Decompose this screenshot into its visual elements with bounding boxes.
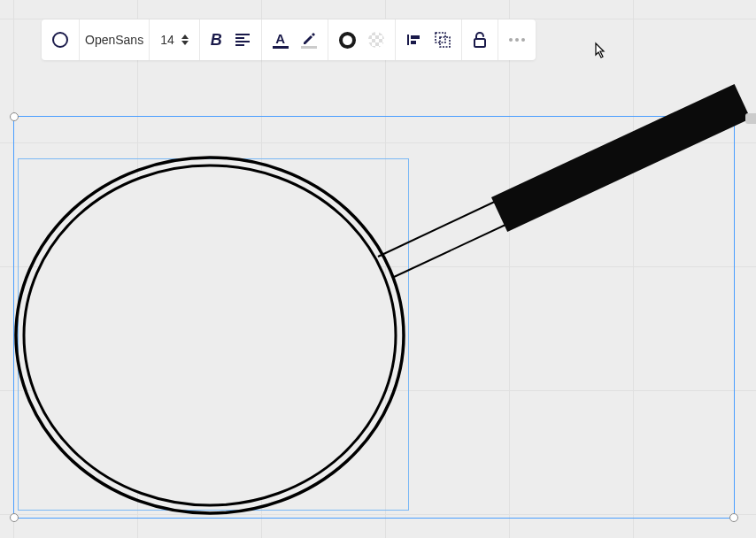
resize-handle-bottom-left[interactable]: [10, 513, 19, 522]
fill-pattern-button[interactable]: [368, 32, 384, 48]
svg-rect-1: [235, 37, 244, 39]
stepper-controls[interactable]: [181, 35, 189, 45]
formatting-toolbar: OpenSans 14 B A: [42, 19, 536, 60]
arrange-group: [396, 19, 462, 60]
resize-handle-bottom-right[interactable]: [729, 513, 738, 522]
panel-expand-handle[interactable]: [745, 113, 756, 124]
font-size-value: 14: [160, 33, 174, 47]
highlight-button[interactable]: [301, 32, 317, 49]
group-button[interactable]: [435, 32, 451, 48]
svg-rect-5: [411, 35, 420, 39]
shape-dropdown[interactable]: [42, 19, 80, 60]
svg-rect-0: [235, 34, 250, 35]
chevron-down-icon[interactable]: [181, 41, 189, 45]
font-size-stepper[interactable]: 14: [150, 19, 200, 60]
selection-child-box[interactable]: [18, 158, 409, 511]
lock-button[interactable]: [462, 19, 498, 60]
fill-group: [328, 19, 396, 60]
chevron-up-icon[interactable]: [181, 35, 189, 39]
color-group: A: [262, 19, 328, 60]
resize-handle-top-left[interactable]: [10, 112, 19, 121]
bold-button[interactable]: B: [211, 31, 222, 50]
svg-rect-4: [407, 35, 409, 45]
text-style-group: B: [200, 19, 262, 60]
align-left-icon[interactable]: [235, 32, 251, 48]
ellipse-icon: [52, 32, 68, 48]
svg-rect-2: [235, 41, 250, 42]
svg-rect-3: [235, 44, 244, 46]
align-objects-button[interactable]: [406, 32, 422, 48]
border-color-button[interactable]: [339, 32, 356, 49]
resize-handle-top-right[interactable]: [729, 112, 738, 121]
unlock-icon: [473, 32, 487, 48]
ellipsis-icon: [509, 38, 525, 42]
pencil-icon: [302, 32, 316, 44]
svg-rect-9: [474, 39, 485, 47]
svg-rect-6: [411, 41, 416, 44]
font-family-select[interactable]: OpenSans: [80, 19, 150, 60]
more-button[interactable]: [498, 19, 536, 60]
text-color-button[interactable]: A: [273, 32, 289, 49]
